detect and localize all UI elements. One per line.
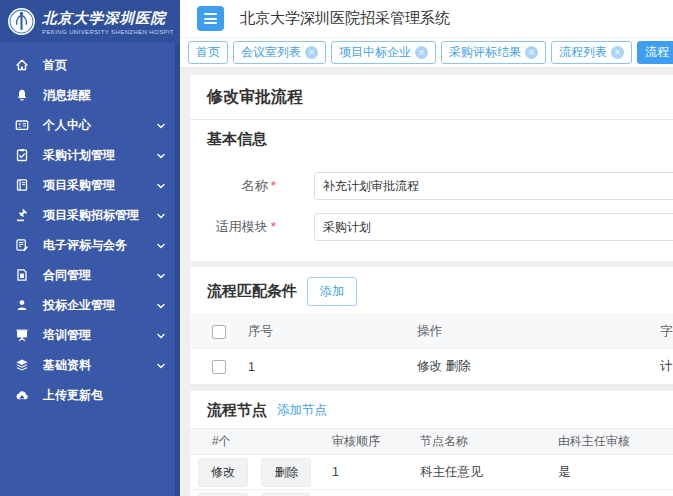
module-input[interactable] xyxy=(314,213,673,241)
tab-meeting-room-list[interactable]: 会议室列表 × xyxy=(233,41,326,64)
sidebar-item-personal-center[interactable]: 个人中心 xyxy=(0,110,180,140)
user-icon xyxy=(14,298,30,312)
cloud-upload-icon xyxy=(14,388,30,402)
hospital-logo: 北京大学深圳医院 PEKING UNIVERSITY SHENZHEN HOSP… xyxy=(0,0,180,43)
tab-label: 采购评标结果 xyxy=(449,44,521,61)
basic-info-title: 基本信息 xyxy=(207,130,267,149)
sidebar-item-label: 项目采购招标管理 xyxy=(43,207,139,224)
cell-dept-head: 否 xyxy=(558,490,673,496)
column-clipped: 字 xyxy=(660,315,673,349)
table-header-row: 序号 操作 字 xyxy=(190,315,673,349)
chevron-down-icon xyxy=(156,210,166,224)
sidebar-item-label: 项目采购管理 xyxy=(43,177,115,194)
main-content: 修改审批流程 基本信息 名称* 适用模块* 流程匹配条件 添加 xyxy=(180,68,673,496)
match-conditions-title: 流程匹配条件 xyxy=(207,282,297,301)
sidebar-item-upload-package[interactable]: 上传更新包 xyxy=(0,380,180,410)
required-marker: * xyxy=(271,178,276,193)
sidebar-menu: 首页 消息提醒 个人中心 采购计划管理 项目采购管理 xyxy=(0,43,180,410)
sidebar-item-label: 培训管理 xyxy=(43,327,91,344)
add-condition-button[interactable]: 添加 xyxy=(307,277,357,306)
required-marker: * xyxy=(271,219,276,234)
name-input[interactable] xyxy=(314,172,673,200)
sidebar-item-project-bidding[interactable]: 项目采购招标管理 xyxy=(0,200,180,230)
chevron-down-icon xyxy=(156,180,166,194)
delete-node-button[interactable]: 删除 xyxy=(261,458,311,487)
chevron-down-icon xyxy=(156,300,166,314)
hospital-emblem-icon xyxy=(7,7,36,36)
chevron-down-icon xyxy=(156,240,166,254)
sidebar-item-label: 个人中心 xyxy=(43,117,91,134)
sidebar-scrollbar[interactable] xyxy=(175,43,180,496)
chevron-down-icon xyxy=(156,120,166,134)
match-conditions-card: 流程匹配条件 添加 序号 操作 字 1 修改 xyxy=(190,267,673,385)
sidebar-item-label: 上传更新包 xyxy=(43,387,103,404)
id-card-icon xyxy=(14,118,30,132)
table-row: 修改 删除 1 科主任意见 是 xyxy=(190,455,673,490)
sidebar-item-basic-data[interactable]: 基础资料 xyxy=(0,350,180,380)
chevron-down-icon xyxy=(156,270,166,284)
tab-bar: 首页 会议室列表 × 项目中标企业 × 采购评标结果 × 流程列表 × 流程 × xyxy=(180,38,673,68)
cell-dept-head: 是 xyxy=(558,455,673,490)
basic-info-header: 基本信息 xyxy=(190,120,673,157)
tab-close-icon[interactable]: × xyxy=(611,46,624,59)
sidebar-item-training[interactable]: 培训管理 xyxy=(0,320,180,350)
delete-node-button[interactable]: 删除 xyxy=(261,493,311,496)
edit-node-button[interactable]: 修改 xyxy=(198,458,248,487)
sidebar-item-home[interactable]: 首页 xyxy=(0,50,180,80)
sidebar-item-label: 基础资料 xyxy=(43,357,91,374)
cell-node-name: 采购员意见 xyxy=(420,490,558,496)
tab-evaluation-results[interactable]: 采购评标结果 × xyxy=(441,41,546,64)
table-header-row: #个 审核顺序 节点名称 由科主任审核 xyxy=(190,429,673,455)
sidebar: 北京大学深圳医院 PEKING UNIVERSITY SHENZHEN HOSP… xyxy=(0,0,180,496)
tab-close-icon[interactable]: × xyxy=(525,46,538,59)
system-title: 北京大学深圳医院招采管理系统 xyxy=(240,9,450,28)
module-field-label: 适用模块* xyxy=(190,218,314,236)
hamburger-menu-button[interactable] xyxy=(197,6,224,31)
process-nodes-table: #个 审核顺序 节点名称 由科主任审核 修改 删除 1 科主任意见 xyxy=(190,428,673,496)
edit-node-button[interactable]: 修改 xyxy=(198,493,248,496)
add-node-link[interactable]: 添加节点 xyxy=(277,402,327,419)
tab-home[interactable]: 首页 xyxy=(188,41,228,64)
column-seq: 序号 xyxy=(248,315,417,349)
tab-process-list[interactable]: 流程列表 × xyxy=(551,41,632,64)
cell-action[interactable]: 修改 删除 xyxy=(417,349,660,385)
table-row: 修改 删除 2 采购员意见 否 xyxy=(190,490,673,496)
chevron-down-icon xyxy=(156,150,166,164)
cell-node-name: 科主任意见 xyxy=(420,455,558,490)
sidebar-item-project-procurement[interactable]: 项目采购管理 xyxy=(0,170,180,200)
chevron-down-icon xyxy=(156,360,166,374)
column-action: 操作 xyxy=(417,315,660,349)
sidebar-item-messages[interactable]: 消息提醒 xyxy=(0,80,180,110)
sidebar-item-label: 首页 xyxy=(43,57,67,74)
form-row-name: 名称* xyxy=(190,172,673,200)
row-checkbox[interactable] xyxy=(212,360,226,374)
sidebar-item-label: 电子评标与会务 xyxy=(43,237,127,254)
chevron-down-icon xyxy=(156,330,166,344)
tab-label: 会议室列表 xyxy=(241,44,301,61)
sidebar-item-e-evaluation[interactable]: 电子评标与会务 xyxy=(0,230,180,260)
tab-close-icon[interactable]: × xyxy=(415,46,428,59)
top-header: 北京大学深圳医院招采管理系统 xyxy=(180,0,673,38)
column-order: 审核顺序 xyxy=(332,429,420,455)
cell-order: 2 xyxy=(332,490,420,496)
gavel-icon xyxy=(14,208,30,222)
tab-close-icon[interactable]: × xyxy=(305,46,318,59)
tab-label: 流程 xyxy=(645,44,669,61)
tab-label: 项目中标企业 xyxy=(339,44,411,61)
sidebar-item-label: 采购计划管理 xyxy=(43,147,115,164)
match-conditions-header: 流程匹配条件 添加 xyxy=(190,267,673,314)
name-field-label: 名称* xyxy=(190,177,314,195)
sidebar-item-contract[interactable]: 合同管理 xyxy=(0,260,180,290)
column-ops: #个 xyxy=(190,429,332,455)
document-edit-icon xyxy=(14,238,30,252)
select-all-checkbox[interactable] xyxy=(212,325,226,339)
clipboard-check-icon xyxy=(14,148,30,162)
sidebar-item-label: 投标企业管理 xyxy=(43,297,115,314)
cell-clipped: 计 xyxy=(660,349,673,385)
tab-label: 流程列表 xyxy=(559,44,607,61)
sidebar-item-bidder-management[interactable]: 投标企业管理 xyxy=(0,290,180,320)
sidebar-item-procurement-plan[interactable]: 采购计划管理 xyxy=(0,140,180,170)
cell-seq: 1 xyxy=(248,349,417,385)
tab-winning-enterprises[interactable]: 项目中标企业 × xyxy=(331,41,436,64)
tab-process[interactable]: 流程 × xyxy=(637,41,673,64)
